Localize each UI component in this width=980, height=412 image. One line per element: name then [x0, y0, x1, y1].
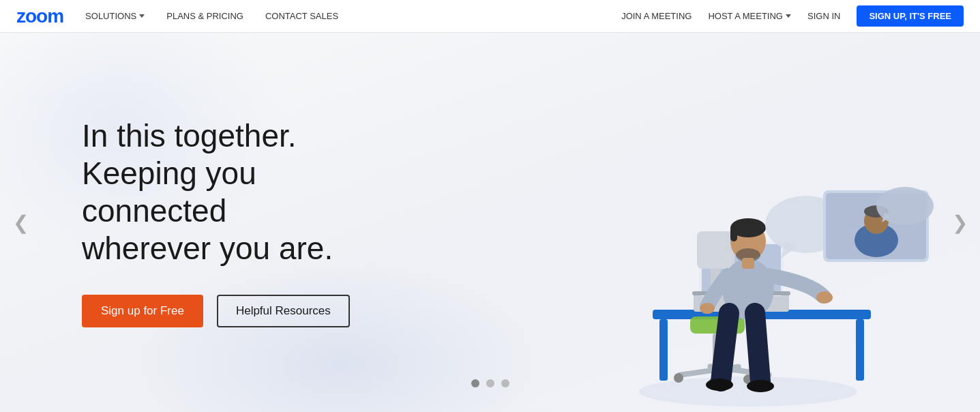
svg-point-26 — [706, 379, 733, 391]
svg-point-27 — [747, 380, 774, 392]
svg-rect-23 — [742, 258, 754, 269]
svg-point-25 — [700, 303, 715, 314]
solutions-nav-link[interactable]: SOLUTIONS — [85, 11, 145, 21]
signup-free-button[interactable]: Sign up for Free — [82, 295, 203, 327]
carousel-dot-2[interactable] — [486, 379, 494, 387]
hero-title: In this together. Keeping you connected … — [82, 117, 382, 268]
navbar: zoom SOLUTIONS PLANS & PRICING CONTACT S… — [0, 0, 980, 33]
hero-illustration — [612, 57, 939, 412]
svg-rect-2 — [659, 319, 668, 381]
hero-content: In this together. Keeping you connected … — [0, 117, 382, 328]
contact-sales-nav-link[interactable]: CONTACT SALES — [265, 11, 338, 21]
plans-pricing-nav-link[interactable]: PLANS & PRICING — [166, 11, 243, 21]
sign-in-link[interactable]: SIGN IN — [807, 11, 840, 21]
carousel-next-button[interactable]: ❯ — [946, 209, 973, 236]
svg-point-24 — [816, 291, 833, 304]
svg-rect-9 — [697, 231, 734, 269]
hero-buttons: Sign up for Free Helpful Resources — [82, 295, 382, 327]
carousel-prev-button[interactable]: ❮ — [7, 209, 34, 236]
join-meeting-link[interactable]: JOIN A MEETING — [621, 11, 692, 21]
zoom-logo[interactable]: zoom — [16, 5, 63, 27]
carousel-dot-3[interactable] — [501, 379, 509, 387]
solutions-chevron-icon — [139, 14, 145, 18]
helpful-resources-button[interactable]: Helpful Resources — [217, 295, 350, 327]
svg-point-15 — [674, 373, 683, 383]
navbar-right: JOIN A MEETING HOST A MEETING SIGN IN SI… — [621, 5, 964, 27]
hero-section: ❮ In this together. Keeping you connecte… — [0, 33, 980, 412]
carousel-dot-1[interactable] — [471, 379, 479, 387]
carousel-dots — [471, 379, 509, 387]
host-meeting-link[interactable]: HOST A MEETING — [708, 11, 791, 21]
navbar-left: zoom SOLUTIONS PLANS & PRICING CONTACT S… — [16, 5, 621, 27]
svg-rect-3 — [856, 319, 864, 381]
host-meeting-chevron-icon — [786, 14, 791, 18]
svg-rect-21 — [730, 226, 737, 241]
signup-button[interactable]: SIGN UP, IT'S FREE — [857, 5, 964, 27]
